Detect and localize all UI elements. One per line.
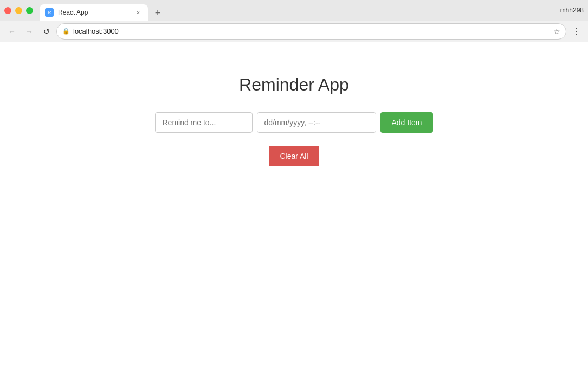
user-profile-label: mhh298 [560, 7, 584, 14]
add-item-button[interactable]: Add Item [380, 112, 432, 133]
forward-icon: → [25, 27, 33, 36]
new-tab-button[interactable]: + [150, 5, 165, 21]
clear-all-button[interactable]: Clear All [269, 146, 319, 166]
browser-toolbar: ← → ↺ 🔒 ☆ ⋮ [0, 21, 588, 42]
reminder-date-input[interactable] [257, 112, 376, 133]
tab-favicon-icon: R [45, 8, 54, 17]
star-icon[interactable]: ☆ [553, 27, 560, 36]
reminder-text-input[interactable] [155, 112, 253, 133]
close-window-button[interactable] [4, 7, 11, 14]
lock-icon: 🔒 [62, 28, 70, 35]
refresh-icon: ↺ [43, 27, 50, 36]
tabs-area: R React App × + [40, 0, 560, 21]
window-controls [4, 7, 33, 14]
back-icon: ← [8, 27, 16, 36]
tab-title-label: React App [58, 9, 130, 16]
app-content: Reminder App Add Item Clear All [0, 42, 588, 380]
maximize-window-button[interactable] [26, 7, 33, 14]
forward-button[interactable]: → [22, 24, 37, 39]
address-bar-input[interactable] [73, 27, 550, 35]
app-title: Reminder App [239, 75, 349, 95]
address-bar-container: 🔒 ☆ [56, 23, 566, 40]
minimize-window-button[interactable] [15, 7, 22, 14]
title-bar: R React App × + mhh298 [0, 0, 588, 21]
close-tab-button[interactable]: × [134, 8, 143, 17]
input-row: Add Item [155, 112, 432, 133]
back-button[interactable]: ← [4, 24, 20, 39]
menu-icon: ⋮ [572, 26, 580, 36]
refresh-button[interactable]: ↺ [39, 24, 54, 39]
browser-menu-button[interactable]: ⋮ [568, 24, 584, 39]
active-tab[interactable]: R React App × [40, 4, 148, 21]
browser-chrome: R React App × + mhh298 ← → ↺ 🔒 ☆ ⋮ [0, 0, 588, 42]
